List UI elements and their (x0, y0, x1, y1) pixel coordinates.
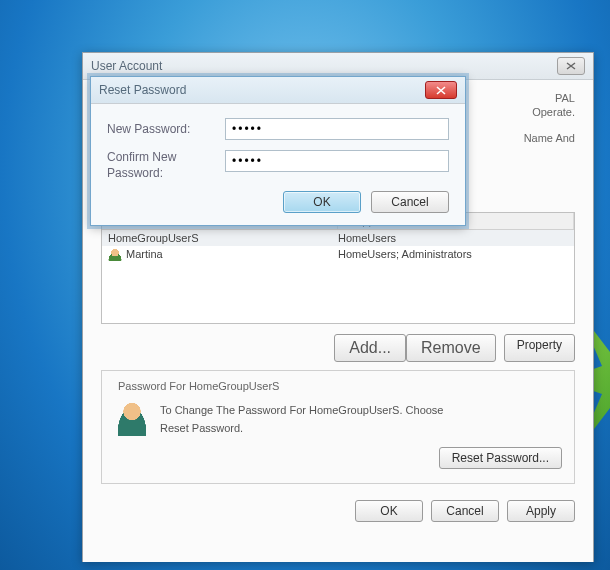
close-icon (566, 62, 576, 70)
reset-password-dialog: Reset Password New Password: Confirm New… (90, 76, 466, 226)
cell-group: HomeUsers (338, 232, 568, 244)
partial-text-3: Name And (524, 132, 575, 144)
ok-button[interactable]: OK (355, 500, 423, 522)
person-icon (114, 402, 150, 436)
cell-name: HomeGroupUserS (108, 232, 338, 244)
confirm-password-input[interactable] (225, 150, 449, 172)
add-button[interactable]: Add... (334, 334, 406, 362)
confirm-password-label: Confirm New Password: (107, 150, 225, 181)
dialog-cancel-button[interactable]: Cancel (371, 191, 449, 213)
dialog-titlebar: Reset Password (91, 77, 465, 104)
dialog-body: New Password: Confirm New Password: OK C… (91, 104, 465, 225)
password-section: Password For HomeGroupUserS To Change Th… (101, 370, 575, 484)
users-listbox[interactable]: Nome utente Gruppo HomeGroupUserS HomeUs… (101, 212, 575, 324)
cancel-button[interactable]: Cancel (431, 500, 499, 522)
cell-group: HomeUsers; Administrators (338, 248, 568, 261)
dialog-close-button[interactable] (425, 81, 457, 99)
dialog-ok-button[interactable]: OK (283, 191, 361, 213)
close-icon (435, 86, 447, 95)
new-password-label: New Password: (107, 122, 225, 136)
cell-name: Martina (108, 248, 338, 261)
table-row[interactable]: HomeGroupUserS HomeUsers (102, 230, 574, 246)
main-close-button[interactable] (557, 57, 585, 75)
list-buttons: Add... Remove Property (101, 334, 575, 362)
password-instructions: To Change The Password For HomeGroupUser… (160, 402, 444, 437)
password-legend: Password For HomeGroupUserS (114, 380, 283, 392)
remove-button[interactable]: Remove (406, 334, 496, 362)
table-row[interactable]: Martina HomeUsers; Administrators (102, 246, 574, 263)
apply-button[interactable]: Apply (507, 500, 575, 522)
partial-text-2: Operate. (532, 106, 575, 118)
dialog-bottom-buttons: OK Cancel Apply (101, 500, 575, 522)
reset-password-button[interactable]: Reset Password... (439, 447, 562, 469)
partial-text-1: PAL (555, 92, 575, 104)
person-icon (108, 249, 122, 261)
new-password-input[interactable] (225, 118, 449, 140)
main-title: User Account (91, 59, 162, 73)
property-button[interactable]: Property (504, 334, 575, 362)
dialog-title: Reset Password (99, 83, 186, 97)
